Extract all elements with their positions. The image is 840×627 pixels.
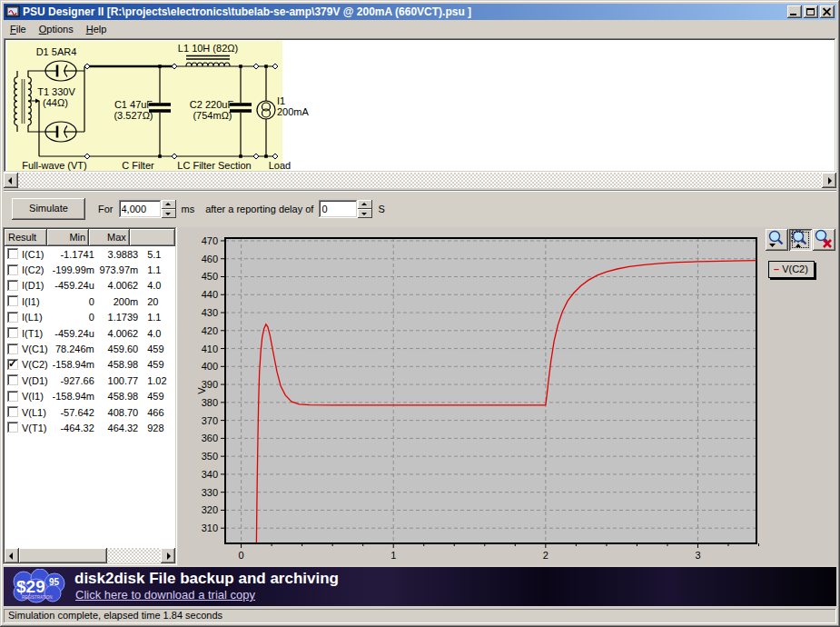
scroll-right-button[interactable]: [822, 173, 836, 188]
delay-input[interactable]: [319, 200, 358, 218]
result-name: I(D1): [19, 280, 53, 291]
section-label-lcfilter: LC Filter Section: [177, 160, 251, 171]
result-min: -199.99m: [53, 264, 98, 275]
minimize-button[interactable]: [787, 5, 802, 18]
y-tick-label: 330: [202, 487, 218, 498]
results-header-max[interactable]: Max: [89, 229, 130, 246]
result-checkbox[interactable]: [7, 312, 19, 323]
i1-label-1: I1: [277, 95, 285, 106]
result-pkpk: 459: [142, 359, 175, 370]
table-row: V(C1)78.246m459.60459: [5, 341, 175, 356]
l1-label: L1 10H (82Ω): [178, 43, 238, 54]
duration-input[interactable]: [119, 200, 162, 218]
result-pkpk: 1.1: [142, 264, 175, 275]
scroll-left-icon: [8, 177, 12, 184]
schematic-hscrollbar: [4, 173, 836, 188]
zoom-reset-icon: [813, 229, 834, 249]
results-scroll-left-button[interactable]: [5, 548, 19, 563]
close-icon: [820, 5, 835, 18]
zoom-area-button[interactable]: [789, 229, 812, 251]
result-name: V(C1): [19, 343, 53, 354]
y-tick-label: 320: [202, 504, 218, 515]
ad-price-sub: REGISTRATION: [22, 595, 52, 600]
result-name: V(T1): [19, 423, 53, 433]
result-pkpk: 459: [142, 343, 175, 354]
result-max: 458.98: [98, 391, 142, 402]
zoom-in-button[interactable]: [766, 229, 788, 251]
close-button[interactable]: [820, 5, 835, 18]
scroll-left-icon: [9, 552, 13, 560]
chart-legend: –V(C2): [768, 261, 815, 278]
results-header-extra[interactable]: [130, 229, 175, 246]
menu-help[interactable]: Help: [80, 22, 114, 36]
result-pkpk: 1.1: [142, 312, 175, 323]
zoom-reset-button[interactable]: [813, 229, 835, 251]
plot-background[interactable]: [225, 238, 756, 543]
delay-down-button[interactable]: [358, 209, 372, 218]
table-row: V(I1)-158.94m458.98459: [5, 389, 175, 404]
y-tick-label: 350: [202, 451, 218, 462]
result-max: 4.0062: [98, 280, 142, 291]
y-tick-label: 360: [202, 433, 218, 443]
result-checkbox[interactable]: [7, 343, 19, 355]
ad-download-link[interactable]: Click here to download a trial copy: [75, 588, 255, 602]
result-checkbox[interactable]: [7, 264, 19, 276]
duration-down-button[interactable]: [162, 209, 176, 218]
result-checkbox[interactable]: ✓: [7, 359, 19, 371]
circuit-schematic: D1 5AR4 T1 330V (44Ω) C1 47uF (3.527Ω) L…: [7, 41, 823, 171]
menu-options[interactable]: Options: [33, 22, 80, 36]
section-label-cfilter: C Filter: [122, 160, 154, 171]
result-name: I(T1): [19, 328, 53, 339]
y-tick-label: 420: [202, 325, 218, 336]
chart-area: 3103203303403503603703803904004104204304…: [178, 227, 838, 565]
result-max: 100.77: [98, 375, 142, 386]
seconds-label: S: [378, 204, 384, 214]
i1-label-2: 200mA: [277, 106, 310, 117]
result-checkbox[interactable]: [7, 280, 19, 292]
schematic-scroll-track[interactable]: [18, 173, 822, 188]
simulate-button[interactable]: Simulate: [12, 198, 85, 220]
result-checkbox[interactable]: [7, 391, 19, 403]
result-min: -1.1741: [53, 249, 98, 260]
result-name: I(I1): [19, 296, 53, 307]
result-checkbox[interactable]: [7, 327, 19, 339]
result-name: I(C1): [19, 249, 53, 260]
maximize-button[interactable]: [804, 5, 818, 18]
app-icon: [5, 5, 20, 18]
result-min: 0: [53, 296, 98, 307]
result-name: V(D1): [19, 375, 53, 386]
ad-banner[interactable]: $29 95 REGISTRATION disk2disk File backu…: [4, 567, 836, 606]
results-panel: ResultMinMax I(C1)-1.17413.98835.1I(C2)-…: [3, 227, 177, 565]
duration-up-button[interactable]: [162, 200, 176, 209]
results-scroll-track[interactable]: [19, 548, 161, 563]
t1-label-2: (44Ω): [43, 97, 68, 108]
result-max: 458.98: [98, 359, 142, 370]
scroll-left-button[interactable]: [4, 173, 18, 188]
result-max: 4.0062: [98, 328, 142, 339]
menu-file[interactable]: File: [4, 22, 33, 36]
app-window: PSU Designer II [R:\projects\electronics…: [0, 0, 840, 627]
results-scroll-right-button[interactable]: [161, 548, 175, 563]
result-pkpk: 4.0: [142, 280, 175, 291]
ad-headline: disk2disk File backup and archiving: [74, 570, 339, 588]
result-min: -459.24u: [53, 280, 98, 291]
result-pkpk: 459: [142, 391, 175, 402]
result-checkbox[interactable]: [7, 406, 19, 418]
results-scroll-thumb[interactable]: [19, 548, 107, 563]
results-header-min[interactable]: Min: [47, 229, 89, 246]
result-pkpk: 466: [142, 407, 175, 418]
result-max: 3.9883: [98, 249, 142, 260]
ad-logo[interactable]: $29 95 REGISTRATION: [9, 569, 71, 604]
result-checkbox[interactable]: [7, 248, 19, 260]
results-header-result[interactable]: Result: [5, 229, 47, 246]
x-tick-label: 0: [239, 550, 244, 561]
y-tick-label: 410: [202, 343, 218, 354]
result-max: 464.32: [98, 423, 142, 433]
result-min: -158.94m: [53, 359, 98, 370]
result-checkbox[interactable]: [7, 374, 19, 386]
table-row: I(C1)-1.17413.98835.1: [5, 246, 175, 262]
result-checkbox[interactable]: [7, 295, 19, 307]
y-tick-label: 310: [202, 522, 218, 533]
result-checkbox[interactable]: [7, 422, 19, 433]
delay-up-button[interactable]: [358, 200, 372, 209]
